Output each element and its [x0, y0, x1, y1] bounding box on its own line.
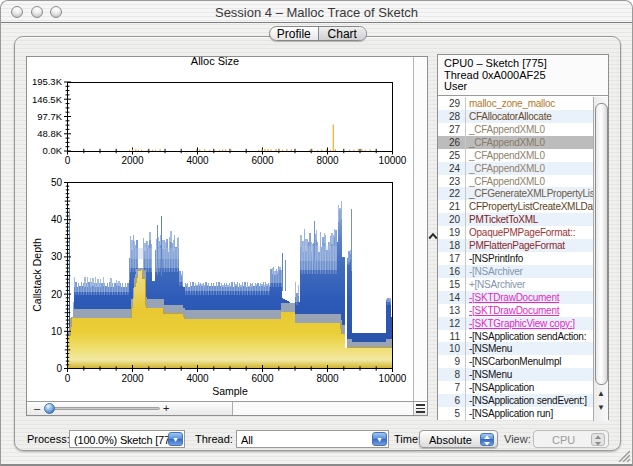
svg-text:0: 0 [65, 155, 71, 166]
svg-text:97.7K: 97.7K [37, 111, 62, 122]
svg-text:10: 10 [51, 326, 63, 337]
svg-text:6000: 6000 [251, 155, 274, 166]
svg-text:2000: 2000 [121, 373, 144, 384]
svg-text:30: 30 [51, 251, 63, 262]
svg-text:4000: 4000 [186, 155, 209, 166]
svg-text:20: 20 [51, 289, 63, 300]
svg-text:8000: 8000 [316, 155, 339, 166]
svg-text:Alloc Size: Alloc Size [191, 56, 239, 67]
svg-text:8000: 8000 [316, 373, 339, 384]
svg-text:50: 50 [51, 177, 63, 188]
svg-text:40: 40 [51, 214, 63, 225]
svg-text:Sample: Sample [212, 385, 248, 397]
svg-text:0.0K: 0.0K [42, 145, 62, 156]
svg-text:48.8K: 48.8K [37, 128, 62, 139]
svg-text:10000: 10000 [379, 373, 407, 384]
svg-text:146.5K: 146.5K [32, 94, 63, 105]
svg-text:6000: 6000 [251, 373, 274, 384]
svg-text:0: 0 [56, 363, 62, 374]
svg-text:10000: 10000 [379, 155, 407, 166]
svg-text:4000: 4000 [186, 373, 209, 384]
svg-text:2000: 2000 [121, 155, 144, 166]
svg-text:Callstack Depth: Callstack Depth [31, 238, 43, 312]
svg-text:0: 0 [65, 373, 71, 384]
svg-text:195.3K: 195.3K [32, 76, 63, 87]
